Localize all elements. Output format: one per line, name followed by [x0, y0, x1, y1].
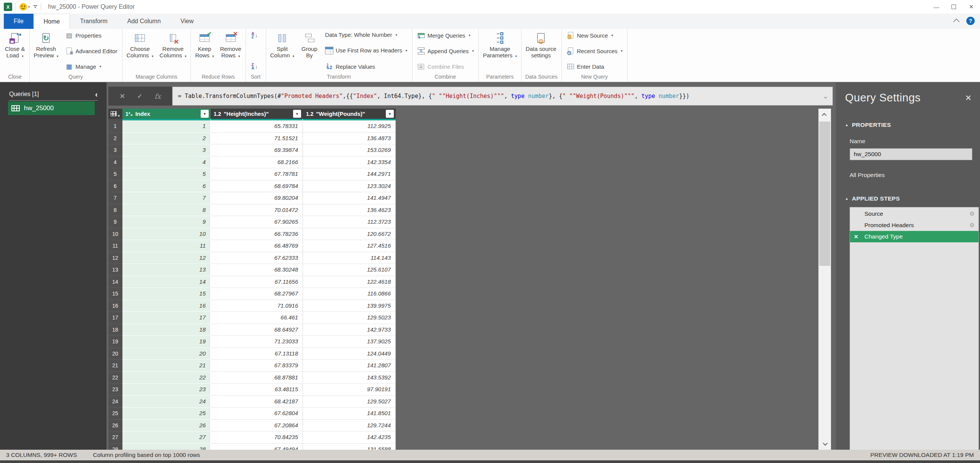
remove-rows-button[interactable]: ✕RemoveRows ▾ — [218, 30, 244, 73]
scroll-up-icon[interactable] — [818, 109, 831, 121]
weight-cell[interactable]: 131.5588 — [303, 444, 396, 450]
properties-section-header[interactable]: ▲ PROPERTIES — [845, 122, 980, 128]
weight-cell[interactable]: 141.2807 — [303, 360, 396, 372]
index-cell[interactable]: 25 — [123, 408, 211, 420]
first-row-headers-button[interactable]: Use First Row as Headers▾ — [323, 46, 410, 55]
remove-columns-button[interactable]: ✕RemoveColumns ▾ — [157, 30, 189, 73]
index-cell[interactable]: 6 — [123, 181, 211, 193]
applied-steps-section-header[interactable]: ▲ APPLIED STEPS — [845, 195, 980, 202]
height-cell[interactable]: 65.78331 — [211, 121, 303, 133]
vertical-scrollbar[interactable] — [818, 109, 831, 450]
chevron-down-icon[interactable]: ▾ — [28, 5, 30, 9]
close-button[interactable]: ✕ — [963, 0, 980, 14]
row-number-cell[interactable]: 26 — [108, 420, 123, 432]
weight-cell[interactable]: 114.143 — [303, 252, 396, 264]
recent-sources-button[interactable]: ◷Recent Sources▾ — [564, 47, 625, 55]
row-number-cell[interactable]: 17 — [108, 312, 123, 324]
row-number-cell[interactable]: 9 — [108, 216, 123, 228]
height-cell[interactable]: 71.51521 — [211, 133, 303, 145]
row-number-cell[interactable]: 12 — [108, 252, 123, 264]
scroll-down-icon[interactable] — [818, 438, 831, 450]
height-cell[interactable]: 68.87881 — [211, 372, 303, 384]
height-cell[interactable]: 69.39874 — [211, 144, 303, 157]
height-cell[interactable]: 67.49494 — [211, 444, 303, 450]
weight-cell[interactable]: 143.5392 — [303, 372, 396, 384]
height-cell[interactable]: 67.62333 — [211, 252, 303, 264]
cancel-formula-icon[interactable]: ✕ — [120, 92, 125, 100]
delete-step-icon[interactable]: ✕ — [854, 233, 858, 239]
sort-az-button[interactable]: AZ↓ — [248, 31, 263, 40]
weight-cell[interactable]: 142.4235 — [303, 431, 396, 444]
filter-dropdown-button[interactable]: ▼ — [201, 110, 209, 118]
row-number-cell[interactable]: 20 — [108, 348, 123, 360]
applied-step-promoted-headers[interactable]: Promoted Headers⚙ — [850, 220, 978, 231]
scrollbar-thumb[interactable] — [819, 122, 830, 266]
enter-data-button[interactable]: Enter Data — [564, 62, 625, 71]
weight-cell[interactable]: 137.9025 — [303, 336, 396, 348]
column-header-height[interactable]: 1.2"Height(Inches)"▼ — [211, 109, 303, 119]
maximize-button[interactable] — [945, 0, 963, 14]
height-cell[interactable]: 68.64927 — [211, 324, 303, 336]
height-cell[interactable]: 70.84235 — [211, 431, 303, 444]
index-cell[interactable]: 7 — [123, 192, 211, 205]
weight-cell[interactable]: 129.5027 — [303, 396, 396, 408]
tab-transform[interactable]: Transform — [70, 14, 117, 29]
height-cell[interactable]: 67.13118 — [211, 348, 303, 360]
index-cell[interactable]: 28 — [123, 444, 211, 450]
index-cell[interactable]: 13 — [123, 264, 211, 276]
smiley-qat-icon[interactable] — [19, 3, 27, 11]
replace-values-button[interactable]: 1↳2Replace Values — [323, 62, 410, 71]
row-number-cell[interactable]: 13 — [108, 264, 123, 276]
index-cell[interactable]: 9 — [123, 216, 211, 228]
row-number-cell[interactable]: 5 — [108, 168, 123, 181]
weight-cell[interactable]: 136.4873 — [303, 133, 396, 145]
height-cell[interactable]: 67.78781 — [211, 168, 303, 181]
weight-cell[interactable]: 144.2971 — [303, 168, 396, 181]
weight-cell[interactable]: 123.3024 — [303, 181, 396, 193]
row-number-cell[interactable]: 19 — [108, 336, 123, 348]
merge-queries-button[interactable]: ↴Merge Queries▾ — [415, 31, 476, 40]
tab-file[interactable]: File — [4, 14, 33, 29]
manage-button[interactable]: ▦Manage▾ — [63, 62, 120, 71]
index-cell[interactable]: 26 — [123, 420, 211, 432]
close-load-button[interactable]: ↪Close &Load ▾ — [2, 30, 28, 73]
split-column-button[interactable]: SplitColumn ▾ — [267, 30, 297, 73]
row-number-cell[interactable]: 14 — [108, 276, 123, 288]
weight-cell[interactable]: 112.9925 — [303, 121, 396, 133]
select-all-corner-button[interactable]: ▼ — [108, 109, 123, 119]
choose-columns-button[interactable]: ChooseColumns ▾ — [124, 30, 156, 73]
filter-dropdown-button[interactable]: ▼ — [293, 110, 301, 118]
data-type-button[interactable]: Data Type: Whole Number▾ — [323, 31, 410, 38]
weight-cell[interactable]: 129.5023 — [303, 312, 396, 324]
applied-step-source[interactable]: Source⚙ — [850, 208, 978, 220]
row-number-cell[interactable]: 16 — [108, 300, 123, 312]
height-cell[interactable]: 67.11656 — [211, 276, 303, 288]
new-source-button[interactable]: New Source▾ — [564, 31, 625, 40]
keep-rows-button[interactable]: ✔KeepRows ▾ — [192, 30, 216, 73]
row-number-cell[interactable]: 7 — [108, 192, 123, 205]
height-cell[interactable]: 67.83379 — [211, 360, 303, 372]
height-cell[interactable]: 66.78236 — [211, 228, 303, 240]
row-number-cell[interactable]: 4 — [108, 157, 123, 169]
column-header-weight[interactable]: 1.2"Weight(Pounds)"▼ — [303, 109, 396, 119]
formula-input[interactable]: = Table.TransformColumnTypes(#"Promoted … — [172, 87, 833, 106]
properties-button[interactable]: ▤Properties — [63, 31, 120, 40]
index-cell[interactable]: 16 — [123, 300, 211, 312]
index-cell[interactable]: 15 — [123, 288, 211, 300]
row-number-cell[interactable]: 24 — [108, 396, 123, 408]
height-cell[interactable]: 63.48115 — [211, 384, 303, 396]
row-number-cell[interactable]: 3 — [108, 144, 123, 157]
collapse-queries-pane-icon[interactable]: ‹ — [95, 92, 98, 97]
query-name-input[interactable] — [850, 148, 972, 160]
column-header-index[interactable]: 1²₃Index▼ — [123, 109, 211, 119]
index-cell[interactable]: 12 — [123, 252, 211, 264]
weight-cell[interactable]: 124.0449 — [303, 348, 396, 360]
height-cell[interactable]: 69.80204 — [211, 192, 303, 205]
height-cell[interactable]: 68.27967 — [211, 288, 303, 300]
index-cell[interactable]: 2 — [123, 133, 211, 145]
customize-quick-access-toolbar-icon[interactable]: ▾ — [33, 5, 37, 9]
weight-cell[interactable]: 122.4618 — [303, 276, 396, 288]
row-number-cell[interactable]: 6 — [108, 181, 123, 193]
weight-cell[interactable]: 129.7244 — [303, 420, 396, 432]
index-cell[interactable]: 22 — [123, 372, 211, 384]
